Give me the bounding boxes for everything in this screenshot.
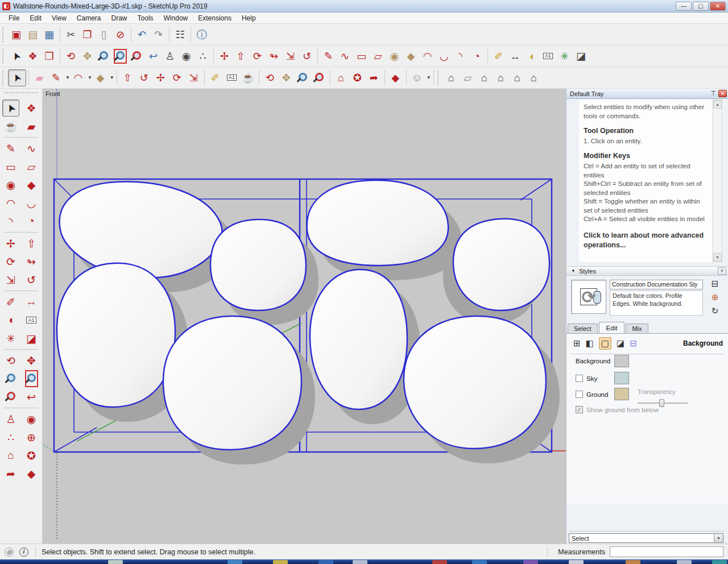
instructor-scrollbar[interactable]: ▲ ▼: [713, 99, 722, 262]
stone-6[interactable]: [163, 316, 301, 450]
section-plane-icon[interactable]: ◪: [21, 329, 42, 347]
sky-color-swatch[interactable]: [614, 372, 629, 384]
maximize-button[interactable]: ▢: [693, 2, 709, 11]
line-dropdown-icon[interactable]: ▼: [65, 75, 70, 80]
instructor-advanced-link[interactable]: Click to learn about more advanced opera…: [584, 231, 710, 250]
rectangle-icon[interactable]: ▭: [1, 157, 21, 176]
3d-warehouse-icon[interactable]: ⌂: [333, 69, 349, 86]
follow-me-icon[interactable]: ↬: [21, 252, 42, 271]
look-around-icon[interactable]: ◉: [21, 410, 42, 428]
orbit-icon[interactable]: ⟲: [262, 69, 278, 86]
zoom-extents-icon[interactable]: [129, 48, 145, 65]
toolbar-grip[interactable]: [5, 92, 38, 97]
taskbar-app[interactable]: [228, 560, 242, 564]
open-icon[interactable]: ▤: [24, 26, 41, 43]
sky-checkbox[interactable]: [576, 375, 583, 382]
line-icon[interactable]: ✎: [1, 139, 21, 157]
pie-icon[interactable]: ◔: [21, 212, 42, 230]
polygon-icon[interactable]: ◆: [21, 176, 42, 194]
close-button[interactable]: ✕: [710, 2, 726, 11]
look-around-icon[interactable]: ◉: [178, 48, 195, 65]
send-to-layout-icon[interactable]: ➦: [366, 69, 382, 86]
freehand-icon[interactable]: ∿: [337, 48, 353, 65]
watermark-settings-icon[interactable]: ◪: [617, 338, 624, 349]
tape-measure-icon[interactable]: ✐: [1, 293, 21, 311]
select-icon[interactable]: ➤: [8, 48, 24, 65]
rectangle-icon[interactable]: ▭: [353, 48, 370, 65]
turn-icon[interactable]: ⊕: [21, 428, 42, 446]
freehand-icon[interactable]: ∿: [21, 139, 42, 157]
eraser-icon[interactable]: ▰: [31, 69, 48, 86]
face-settings-icon[interactable]: ◧: [586, 338, 594, 349]
style-description[interactable]: Default face colors. Profile Edges. Whit…: [610, 291, 703, 316]
menu-tools[interactable]: Tools: [133, 13, 159, 23]
copy-icon[interactable]: ❐: [79, 26, 96, 43]
redo-icon[interactable]: ↷: [150, 26, 167, 43]
edge-settings-icon[interactable]: ⊞: [573, 338, 581, 349]
dropdown-arrow-icon[interactable]: ▼: [714, 534, 723, 542]
text-icon[interactable]: A1: [21, 311, 42, 329]
menu-view[interactable]: View: [47, 13, 72, 23]
make-component-icon[interactable]: ❖: [21, 99, 42, 117]
background-settings-icon[interactable]: ▢: [599, 337, 611, 350]
stone-8[interactable]: [404, 316, 546, 449]
background-color-swatch[interactable]: [614, 355, 629, 367]
arc-icon[interactable]: ◠: [419, 48, 436, 65]
tab-select[interactable]: Select: [568, 324, 598, 334]
undo-icon[interactable]: ↶: [134, 26, 150, 43]
taskbar-app[interactable]: [569, 560, 584, 564]
toolbar-grip[interactable]: [2, 70, 6, 85]
tab-mix[interactable]: Mix: [626, 324, 648, 334]
style-thumbnail[interactable]: ⟳: [571, 280, 606, 314]
view-right-icon[interactable]: ⌂: [493, 69, 509, 86]
dimension-icon[interactable]: ↔: [21, 293, 42, 311]
tab-edit[interactable]: Edit: [599, 322, 625, 334]
position-camera-icon[interactable]: ♙: [1, 410, 21, 428]
arc-icon[interactable]: ◠: [70, 69, 86, 86]
menu-help[interactable]: Help: [237, 13, 261, 23]
view-front-icon[interactable]: ⌂: [476, 69, 493, 86]
cut-icon[interactable]: ✂: [63, 26, 79, 43]
ruby-console-icon[interactable]: ◆: [21, 465, 42, 483]
paint-bucket-icon[interactable]: ☕: [1, 117, 21, 135]
three-point-arc-icon[interactable]: ◝: [452, 48, 469, 65]
save-icon[interactable]: ▦: [41, 26, 57, 43]
stone-group[interactable]: [57, 180, 560, 465]
polygon-icon[interactable]: ◆: [403, 48, 419, 65]
taskbar-app[interactable]: [108, 560, 123, 564]
menu-extensions[interactable]: Extensions: [193, 13, 237, 23]
push-pull-icon[interactable]: ⇧: [233, 48, 249, 65]
styles-panel-header[interactable]: ▼ Styles ×: [566, 266, 728, 276]
update-style-icon[interactable]: ↻: [712, 306, 719, 316]
select-tool-active[interactable]: ➤: [8, 69, 26, 86]
line-icon[interactable]: ✎: [320, 48, 337, 65]
stone-3[interactable]: [307, 180, 449, 266]
collapse-icon[interactable]: ▼: [571, 268, 576, 273]
view-left-icon[interactable]: ⌂: [526, 69, 542, 86]
stone-2[interactable]: [210, 219, 306, 310]
pan-icon[interactable]: ✥: [21, 351, 42, 370]
walk-icon[interactable]: ∴: [1, 428, 21, 446]
zoom-icon[interactable]: [96, 48, 112, 65]
eraser-icon[interactable]: ▰: [21, 117, 42, 135]
zoom-window-icon[interactable]: [112, 48, 129, 65]
extension-warehouse-icon[interactable]: ✪: [349, 69, 366, 86]
circle-icon[interactable]: ◉: [1, 176, 21, 194]
walk-icon[interactable]: ∴: [195, 48, 211, 65]
offset-icon[interactable]: ↺: [299, 48, 315, 65]
taskbar-app[interactable]: [626, 560, 640, 564]
component-options-icon[interactable]: ❒: [41, 48, 57, 65]
style-name-input[interactable]: Construction Documentation Sty: [610, 280, 703, 289]
taskbar-app[interactable]: [677, 560, 692, 564]
push-pull-icon[interactable]: ⇧: [119, 69, 136, 86]
tape-measure-icon[interactable]: ✐: [207, 69, 224, 86]
taskbar-app[interactable]: [712, 560, 727, 564]
zoom-window-icon[interactable]: [21, 370, 42, 388]
measurements-input[interactable]: [610, 546, 723, 557]
pin-icon[interactable]: ⊤: [710, 90, 716, 97]
paste-icon[interactable]: ▯: [96, 26, 112, 43]
two-point-arc-icon[interactable]: ◡: [436, 48, 452, 65]
offset-icon[interactable]: ↺: [136, 69, 152, 86]
stone-7[interactable]: [310, 269, 407, 409]
slider-thumb[interactable]: [659, 399, 664, 407]
